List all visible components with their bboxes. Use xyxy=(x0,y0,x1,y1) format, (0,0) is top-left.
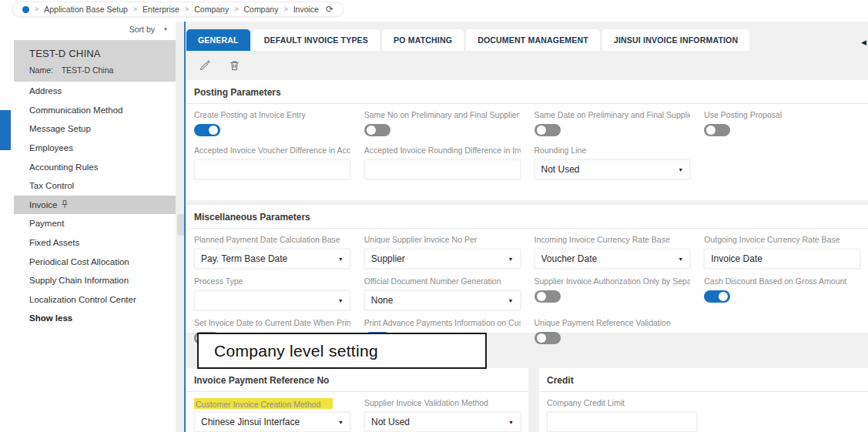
credit-row-1: Company Credit Limit xyxy=(539,392,868,432)
splitter-handle[interactable] xyxy=(177,214,184,236)
rounding-line-select[interactable]: Not Used ▼ xyxy=(535,159,691,179)
sidebar-header: TEST-D CHINA Name: TEST-D China xyxy=(14,40,176,82)
credit-section: Credit Company Credit Limit xyxy=(539,368,868,432)
field-label: Same Date on Preliminary and Final Suppl… xyxy=(535,110,691,121)
edit-button[interactable] xyxy=(197,58,213,73)
field-label-highlighted: Customer Invoice Creation Method xyxy=(194,398,350,409)
field-label: Supplier Invoice Validation Method xyxy=(364,398,521,409)
breadcrumb-item[interactable]: Invoice xyxy=(293,5,319,14)
field-label: Cash Discount Based on Gross Amount xyxy=(704,276,860,287)
tab-po-matching[interactable]: PO MATCHING xyxy=(382,29,464,51)
field-label: Planned Payment Date Calculation Base xyxy=(194,235,350,246)
posting-row-2: Accepted Invoice Voucher Difference in A… xyxy=(186,136,868,179)
same-no-preliminary-final-toggle[interactable] xyxy=(364,124,390,136)
accepted-invoice-voucher-difference-input[interactable] xyxy=(194,159,350,179)
tab-jinsui-invoice-information[interactable]: JINSUI INVOICE INFORMATION xyxy=(602,29,749,51)
section-title: Miscellaneous Parameters xyxy=(186,205,868,229)
section-title: Invoice Payment Reference No xyxy=(186,368,528,392)
unique-payment-reference-validation-toggle[interactable] xyxy=(535,332,561,344)
sidebar-item-tax-control[interactable]: Tax Control xyxy=(14,176,176,196)
outgoing-invoice-currency-rate-base-input[interactable]: Invoice Date xyxy=(704,249,860,269)
same-date-preliminary-final-toggle[interactable] xyxy=(535,124,561,136)
field-label: Incoming Invoice Currency Rate Base xyxy=(535,235,691,246)
name-value: TEST-D China xyxy=(62,65,114,75)
tab-scroll-left-icon[interactable]: ◀ xyxy=(861,39,866,46)
pin-icon xyxy=(61,200,69,209)
chevron-down-icon: ▼ xyxy=(338,256,344,262)
sidebar-item-invoice[interactable]: Invoice xyxy=(14,196,176,215)
tab-bar: GENERAL DEFAULT INVOICE TYPES PO MATCHIN… xyxy=(186,29,749,51)
breadcrumb-item[interactable]: Enterprise xyxy=(142,5,179,14)
field-label: Outgoing Invoice Currency Rate Base xyxy=(704,235,860,246)
sidebar-item-accounting-rules[interactable]: Accounting Rules xyxy=(14,157,176,176)
breadcrumb-item[interactable]: Application Base Setup xyxy=(44,5,128,14)
incoming-invoice-currency-rate-base-select[interactable]: Voucher Date ▼ xyxy=(535,249,691,269)
company-credit-limit-input[interactable] xyxy=(547,412,697,432)
accepted-invoice-rounding-difference-input[interactable] xyxy=(364,159,521,179)
field-label: Accepted Invoice Voucher Difference in A… xyxy=(194,146,350,156)
sidebar-item-supply-chain-information[interactable]: Supply Chain Information xyxy=(14,271,176,290)
name-label: Name: xyxy=(29,65,53,75)
misc-row-2: Process Type ▼ Official Document Number … xyxy=(186,269,868,310)
sidebar-menu: Address Communication Method Message Set… xyxy=(14,82,176,328)
invoice-payment-reference-section: Invoice Payment Reference No Customer In… xyxy=(186,368,528,432)
annotation-box: Company level setting xyxy=(197,333,487,369)
sidebar-item-employees[interactable]: Employees xyxy=(14,139,176,158)
breadcrumb-item[interactable]: Company xyxy=(194,5,229,14)
section-title: Credit xyxy=(539,368,868,392)
chevron-down-icon: ▼ xyxy=(508,298,514,303)
cash-discount-gross-amount-toggle[interactable] xyxy=(704,290,730,303)
planned-payment-date-calculation-base-select[interactable]: Pay. Term Base Date ▼ xyxy=(194,249,350,269)
sort-by-label: Sort by xyxy=(129,25,155,34)
use-posting-proposal-toggle[interactable] xyxy=(704,124,730,136)
sidebar-item-localization-control-center[interactable]: Localization Control Center xyxy=(14,290,176,310)
miscellaneous-parameters-section: Miscellaneous Parameters Planned Payment… xyxy=(186,205,868,333)
panel-splitter[interactable] xyxy=(184,22,186,432)
field-label: Print Advance Payments Information on Cu… xyxy=(364,318,521,329)
breadcrumb-separator: > xyxy=(35,5,39,13)
tab-default-invoice-types[interactable]: DEFAULT INVOICE TYPES xyxy=(253,29,380,51)
chevron-down-icon: ▼ xyxy=(338,420,344,425)
left-rail xyxy=(0,22,14,432)
official-document-number-generation-select[interactable]: None ▼ xyxy=(364,290,521,310)
sidebar-item-communication-method[interactable]: Communication Method xyxy=(14,101,176,120)
sidebar-item-address[interactable]: Address xyxy=(14,82,176,101)
unique-supplier-invoice-no-per-select[interactable]: Supplier ▼ xyxy=(364,249,521,269)
tab-document-management[interactable]: DOCUMENT MANAGEMENT xyxy=(466,29,600,51)
field-label: Company Credit Limit xyxy=(547,398,697,409)
field-label: Create Posting at Invoice Entry xyxy=(194,110,350,121)
ipr-row-1: Customer Invoice Creation Method Chinese… xyxy=(186,392,528,432)
sidebar-item-periodical-cost-allocation[interactable]: Periodical Cost Allocation xyxy=(14,252,176,271)
tab-general[interactable]: GENERAL xyxy=(186,29,250,51)
supplier-invoice-authorization-toggle[interactable] xyxy=(535,290,561,303)
top-bar: > Application Base Setup > Enterprise > … xyxy=(0,0,868,22)
sidebar-show-less[interactable]: Show less xyxy=(14,309,176,328)
sidebar-item-payment[interactable]: Payment xyxy=(14,214,176,233)
breadcrumb-item[interactable]: Company xyxy=(243,5,278,14)
field-label: Same No on Preliminary and Final Supplie… xyxy=(364,110,521,121)
process-type-select[interactable]: ▼ xyxy=(194,290,350,310)
company-name-row: Name: TEST-D China xyxy=(29,65,176,75)
field-label: Unique Supplier Invoice No Per xyxy=(364,235,521,246)
sidebar-item-fixed-assets[interactable]: Fixed Assets xyxy=(14,233,176,253)
section-title: Posting Parameters xyxy=(186,80,868,104)
posting-row-1: Create Posting at Invoice Entry Same No … xyxy=(186,104,868,136)
chevron-down-icon: ▼ xyxy=(508,420,514,425)
field-label: Rounding Line xyxy=(535,146,691,156)
delete-button[interactable] xyxy=(226,58,242,73)
refresh-icon[interactable]: ⟳ xyxy=(326,4,333,15)
supplier-invoice-validation-method-select[interactable]: Not Used ▼ xyxy=(364,412,521,432)
company-title: TEST-D CHINA xyxy=(29,48,176,59)
sidebar-item-message-setup[interactable]: Message Setup xyxy=(14,119,176,139)
field-label: Use Posting Proposal xyxy=(704,110,860,121)
sidebar: Sort by ▼ TEST-D CHINA Name: TEST-D Chin… xyxy=(14,22,176,432)
chevron-down-icon: ▼ xyxy=(338,298,344,303)
customer-invoice-creation-method-select[interactable]: Chinese Jinsui Interface ▼ xyxy=(194,412,350,432)
create-posting-at-invoice-entry-toggle[interactable] xyxy=(194,124,220,136)
sort-by-button[interactable]: Sort by ▼ xyxy=(129,25,168,34)
annotation-text: Company level setting xyxy=(214,342,378,360)
chevron-down-icon: ▼ xyxy=(678,167,683,172)
field-label: Supplier Invoice Authorization Only by S… xyxy=(535,276,691,287)
posting-parameters-section: Posting Parameters Create Posting at Inv… xyxy=(186,80,868,200)
breadcrumb[interactable]: > Application Base Setup > Enterprise > … xyxy=(12,2,344,17)
